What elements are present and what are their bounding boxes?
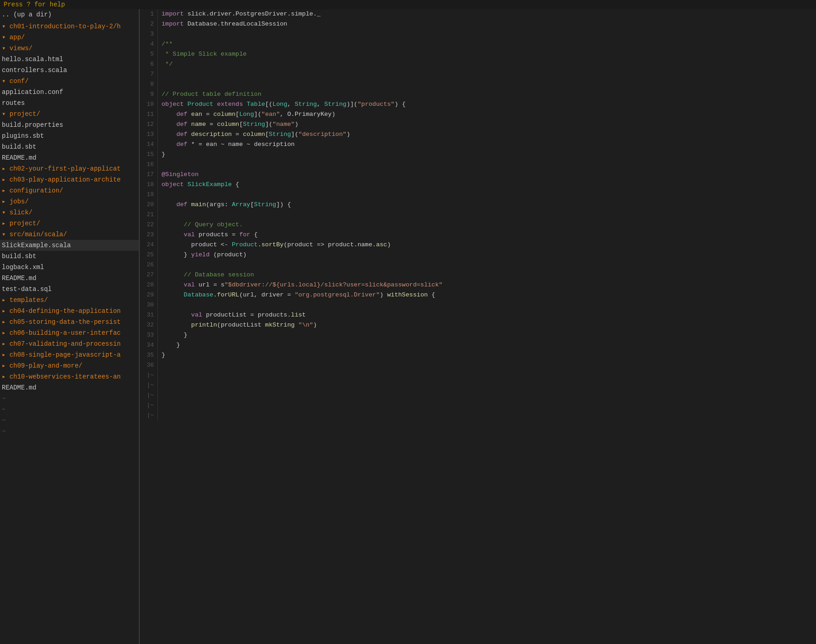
sidebar-item-ch04[interactable]: ▸ ch04-defining-the-application (0, 306, 139, 317)
code-line-36: 36 (140, 360, 816, 370)
sidebar-item-pluginssbt[interactable]: plugins.sbt (0, 130, 139, 141)
line-number-35: 35 (140, 350, 158, 360)
sidebar-item-testdata[interactable]: test-data.sql (0, 284, 139, 295)
line-content-20: def main(args: Array[String]) { (162, 200, 816, 210)
line-number-23: 23 (140, 230, 158, 240)
sidebar-item-templates[interactable]: ▸ templates/ (0, 295, 139, 306)
code-line-29: 29 Database.forURL(url, driver = "org.po… (140, 290, 816, 300)
sidebar-item-ch06[interactable]: ▸ ch06-building-a-user-interfac (0, 327, 139, 338)
line-content-13: def description = column[String]("descri… (162, 130, 816, 140)
sidebar-item-ch03[interactable]: ▸ ch03-play-application-archite (0, 174, 139, 185)
sidebar-item-tilde4[interactable]: ~ (0, 426, 139, 437)
line-content-5: * Simple Slick example (162, 49, 816, 59)
code-line-32: 32 println(productList mkString "\n") (140, 320, 816, 330)
line-number-28: 28 (140, 280, 158, 290)
sidebar-item-logback[interactable]: logback.xml (0, 262, 139, 273)
sidebar-item-controllers[interactable]: controllers.scala (0, 65, 139, 76)
sidebar-item-ch05[interactable]: ▸ ch05-storing-data-the-persist (0, 317, 139, 327)
sidebar-item-slickexample[interactable]: SlickExample.scala (0, 240, 139, 251)
sidebar-item-ch10[interactable]: ▸ ch10-webservices-iteratees-an (0, 371, 139, 382)
sidebar-item-buildsbt2[interactable]: build.sbt (0, 251, 139, 262)
code-line-11: 11 def ean = column[Long]("ean", O.Prima… (140, 109, 816, 119)
code-line-26: 26 (140, 260, 816, 270)
line-number-3: 3 (140, 29, 158, 39)
sidebar-item-views[interactable]: ▾ views/ (0, 43, 139, 54)
line-number-32: 32 (140, 320, 158, 330)
code-line-16: 16 (140, 160, 816, 170)
sidebar-item-appconf[interactable]: application.conf (0, 87, 139, 98)
line-number-9: 9 (140, 89, 158, 99)
line-content-28: val url = s"$dbdriver://${urls.local}/sl… (162, 280, 816, 290)
sidebar-item-slick[interactable]: ▾ slick/ (0, 207, 139, 218)
line-number-33: 33 (140, 330, 158, 340)
tilde-content-3 (162, 400, 816, 410)
code-line-18: 18object SlickExample { (140, 180, 816, 190)
line-content-32: println(productList mkString "\n") (162, 320, 816, 330)
sidebar-item-tilde2[interactable]: ~ (0, 404, 139, 415)
sidebar-item-app[interactable]: ▾ app/ (0, 32, 139, 43)
line-number-21: 21 (140, 210, 158, 220)
tilde-gutter-0: |~ (140, 370, 158, 380)
sidebar-item-ch02[interactable]: ▸ ch02-your-first-play-applicat (0, 163, 139, 174)
line-number-12: 12 (140, 119, 158, 130)
sidebar-item-conf[interactable]: ▾ conf/ (0, 76, 139, 87)
sidebar-item-dotdot[interactable]: .. (up a dir) (0, 9, 139, 20)
tilde-gutter-4: |~ (140, 410, 158, 421)
line-content-10: object Product extends Table[(Long, Stri… (162, 99, 816, 109)
sidebar-item-readme3[interactable]: README.md (0, 382, 139, 393)
line-content-7 (162, 69, 816, 79)
line-content-8 (162, 79, 816, 89)
sidebar-item-configuration[interactable]: ▸ configuration/ (0, 185, 139, 196)
sidebar-item-routes[interactable]: routes (0, 98, 139, 109)
sidebar-item-ch09[interactable]: ▸ ch09-play-and-more/ (0, 360, 139, 371)
line-number-36: 36 (140, 360, 158, 370)
sidebar-item-srcmain[interactable]: ▾ src/main/scala/ (0, 229, 139, 240)
sidebar-item-buildprop[interactable]: build.properties (0, 119, 139, 130)
sidebar-item-ch08[interactable]: ▸ ch08-single-page-javascript-a (0, 349, 139, 360)
line-content-34: } (162, 340, 816, 350)
code-line-22: 22 // Query object. (140, 220, 816, 230)
sidebar-item-hello[interactable]: hello.scala.html (0, 54, 139, 65)
code-line-9: 9// Product table definition (140, 89, 816, 99)
sidebar-item-slick-project[interactable]: ▸ project/ (0, 218, 139, 229)
tilde-content-1 (162, 380, 816, 390)
sidebar[interactable]: .. (up a dir)▾ ch01-introduction-to-play… (0, 9, 139, 644)
code-line-13: 13 def description = column[String]("des… (140, 130, 816, 140)
sidebar-item-buildsbt1[interactable]: build.sbt (0, 141, 139, 152)
code-line-24: 24 product <- Product.sortBy(product => … (140, 240, 816, 250)
line-number-10: 10 (140, 99, 158, 109)
line-number-11: 11 (140, 109, 158, 119)
sidebar-item-ch01[interactable]: ▾ ch01-introduction-to-play-2/h (0, 21, 139, 32)
line-number-5: 5 (140, 49, 158, 59)
line-number-25: 25 (140, 250, 158, 260)
line-number-4: 4 (140, 39, 158, 49)
sidebar-item-ch07[interactable]: ▸ ch07-validating-and-processin (0, 338, 139, 349)
sidebar-item-tilde3[interactable]: ~ (0, 415, 139, 426)
line-content-27: // Database session (162, 270, 816, 280)
code-line-34: 34 } (140, 340, 816, 350)
tilde-line-4: |~ (140, 410, 816, 421)
tilde-content-2 (162, 390, 816, 400)
line-number-14: 14 (140, 140, 158, 150)
top-bar: Press ? for help (0, 0, 816, 9)
code-line-5: 5 * Simple Slick example (140, 49, 816, 59)
sidebar-item-jobs[interactable]: ▸ jobs/ (0, 196, 139, 207)
code-line-8: 8 (140, 79, 816, 89)
line-content-31: val productList = products.list (162, 310, 816, 320)
line-number-27: 27 (140, 270, 158, 280)
tilde-line-3: |~ (140, 400, 816, 410)
sidebar-item-readme1[interactable]: README.md (0, 152, 139, 163)
sidebar-item-tilde1[interactable]: ~ (0, 393, 139, 404)
code-line-2: 2import Database.threadLocalSession (140, 19, 816, 29)
sidebar-item-project[interactable]: ▾ project/ (0, 109, 139, 119)
line-content-26 (162, 260, 816, 270)
tilde-content-0 (162, 370, 816, 380)
line-content-30 (162, 300, 816, 310)
line-content-9: // Product table definition (162, 89, 816, 99)
line-number-34: 34 (140, 340, 158, 350)
line-number-18: 18 (140, 180, 158, 190)
code-line-27: 27 // Database session (140, 270, 816, 280)
sidebar-item-readme2[interactable]: README.md (0, 273, 139, 284)
line-number-22: 22 (140, 220, 158, 230)
line-content-14: def * = ean ~ name ~ description (162, 140, 816, 150)
